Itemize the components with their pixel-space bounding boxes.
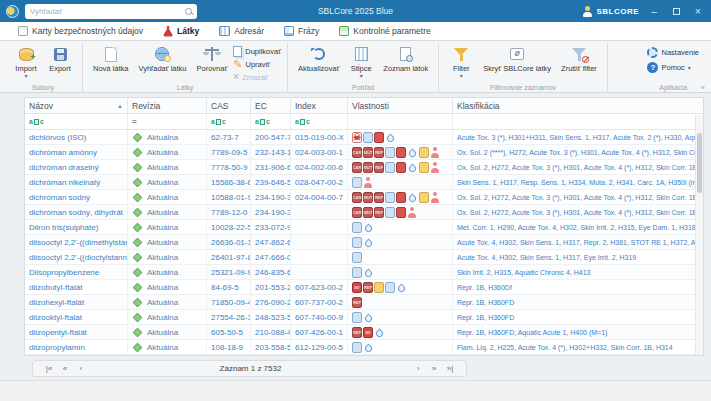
- column-header-properties[interactable]: Vlastnosti: [348, 98, 453, 113]
- table-header-row: Názov ▲ Revízia CAS EC Index Vlastnosti …: [25, 98, 703, 114]
- cell-ec: 232-143-1: [251, 145, 291, 159]
- filter-button[interactable]: Filter ▾: [445, 44, 477, 80]
- cell-classification: Repr. 1B, H360FD: [453, 310, 703, 324]
- cell-name: dichróman amónny: [25, 145, 128, 159]
- column-header-name[interactable]: Názov ▲: [25, 98, 128, 113]
- group-label: Filtrovanie záznamov: [439, 84, 607, 91]
- cell-cas: 26401-97-8: [207, 250, 251, 264]
- filter-index[interactable]: ac: [291, 114, 348, 129]
- last-record-button[interactable]: »|: [442, 364, 458, 373]
- column-header-ec[interactable]: EC: [251, 98, 291, 113]
- substances-table: Názov ▲ Revízia CAS EC Index Vlastnosti …: [24, 97, 704, 356]
- cell-cas: 26636-01-1: [207, 235, 251, 249]
- hide-sblcore-substances-button[interactable]: ø Skryť SBLCore látky: [479, 44, 555, 74]
- duplicate-button[interactable]: Duplikovať: [233, 46, 281, 57]
- collapse-ribbon-icon[interactable]: «: [701, 84, 705, 91]
- table-row[interactable]: dichlórvos (ISO) Aktuálna 62-73-7 200-54…: [25, 130, 703, 145]
- search-icon[interactable]: [185, 8, 192, 15]
- compare-button[interactable]: Porovnať: [193, 44, 232, 74]
- table-row[interactable]: dichróman nikelnatý Aktuálna 15586-38-6 …: [25, 175, 703, 190]
- table-row[interactable]: diisooctyl 2,2'-((dioctylstannylene)bis.…: [25, 250, 703, 265]
- prev-page-button[interactable]: «: [57, 364, 73, 373]
- tab-address-book[interactable]: Adresár: [211, 24, 272, 38]
- table-row[interactable]: diizopentyl-ftalát Aktuálna 605-50-5 210…: [25, 325, 703, 340]
- cell-classification: Acute Tox. 4, H302, Skin Sens. 1, H317, …: [453, 235, 703, 249]
- maximize-button[interactable]: [669, 4, 683, 18]
- scrollbar-thumb[interactable]: [697, 133, 702, 193]
- main-tabs: Karty bezpečnostných údajov Látky Adresá…: [0, 22, 711, 41]
- table-row[interactable]: Diiron tris(sulphate) Aktuálna 10028-22-…: [25, 220, 703, 235]
- cell-index: [291, 220, 348, 234]
- table-row[interactable]: diisooctyl 2,2'-((dimethylstannylene)...…: [25, 235, 703, 250]
- tab-phrases[interactable]: Frázy: [276, 24, 327, 38]
- table-row[interactable]: dichróman amónny Aktuálna 7789-09-5 232-…: [25, 145, 703, 160]
- column-header-cas[interactable]: CAS: [207, 98, 251, 113]
- column-header-index[interactable]: Index: [291, 98, 348, 113]
- search-substance-button[interactable]: Vyhľadať látku: [134, 44, 190, 74]
- import-button[interactable]: Import ▾: [10, 44, 42, 80]
- table-row[interactable]: diizobutyl-ftalát Aktuálna 84-69-5 201-5…: [25, 280, 703, 295]
- next-record-button[interactable]: ›: [410, 364, 426, 373]
- filter-properties[interactable]: [348, 114, 453, 129]
- next-page-button[interactable]: »: [426, 364, 442, 373]
- cell-props: [348, 265, 453, 279]
- column-header-classification[interactable]: Klasifikácia: [453, 98, 703, 113]
- filter-ec[interactable]: ac: [251, 114, 291, 129]
- minimize-button[interactable]: –: [647, 4, 661, 18]
- filter-name[interactable]: ac: [25, 114, 128, 129]
- table-row[interactable]: Diisopropylbenzene Aktuálna 25321-09-9 2…: [25, 265, 703, 280]
- status-diamond-icon: [133, 327, 143, 337]
- cell-ec: 247-862-6: [251, 235, 291, 249]
- table-row[interactable]: diizohexyl-ftalát Aktuálna 71850-09-4 27…: [25, 295, 703, 310]
- clear-filter-button[interactable]: Zrušiť filter: [557, 44, 601, 74]
- substance-list-button[interactable]: Zoznam látok: [379, 44, 432, 74]
- prev-record-button[interactable]: ‹: [73, 364, 89, 373]
- cell-ec: 247-666-0: [251, 250, 291, 264]
- table-row[interactable]: diizopropylamín Aktuálna 108-18-9 203-55…: [25, 340, 703, 355]
- new-substance-button[interactable]: Nová látka: [89, 44, 132, 74]
- columns-button[interactable]: Stĺpce ▾: [345, 44, 377, 80]
- search-input[interactable]: [30, 7, 185, 16]
- group-label: Pohľad: [288, 84, 438, 91]
- status-diamond-icon: [133, 222, 143, 232]
- global-search[interactable]: [25, 4, 197, 19]
- account-button[interactable]: SBLCORE: [582, 6, 639, 17]
- filter-revision[interactable]: =: [128, 114, 207, 129]
- cell-revision: Aktuálna: [128, 175, 207, 189]
- refresh-button[interactable]: Aktualizovať: [294, 44, 343, 74]
- cell-ec: 201-553-2: [251, 280, 291, 294]
- settings-button[interactable]: Nastavenie: [647, 47, 699, 58]
- tab-substances[interactable]: Látky: [155, 24, 207, 39]
- table-row[interactable]: dichróman sodný, dihydrát Aktuálna 7789-…: [25, 205, 703, 220]
- revision-label: Aktuálna: [147, 328, 178, 337]
- button-label: Zrušiť filter: [561, 64, 597, 73]
- export-button[interactable]: Export: [44, 44, 76, 74]
- filter-classification[interactable]: [453, 114, 703, 129]
- tab-control-parameters[interactable]: Kontrolné parametre: [331, 24, 439, 38]
- cell-props: [348, 220, 453, 234]
- table-row[interactable]: dichróman sodný Aktuálna 10588-01-9 234-…: [25, 190, 703, 205]
- cell-index: [291, 250, 348, 264]
- resp-icon: [352, 237, 362, 248]
- cell-revision: Aktuálna: [128, 190, 207, 204]
- help-button[interactable]: ? Pomoc ▾: [647, 62, 699, 73]
- vertical-scrollbar[interactable]: [695, 115, 703, 355]
- button-label: Duplikovať: [245, 47, 281, 56]
- close-button[interactable]: ×: [691, 4, 705, 18]
- revision-label: Aktuálna: [147, 238, 178, 247]
- cell-index: 607-623-00-2: [291, 280, 348, 294]
- cell-index: [291, 235, 348, 249]
- cell-cas: 7789-12-0: [207, 205, 251, 219]
- title-bar: SBLCore 2025 Blue SBLCORE – ×: [0, 0, 711, 22]
- table-row[interactable]: dichróman draselný Aktuálna 7778-50-9 23…: [25, 160, 703, 175]
- table-row[interactable]: diizooktyl-ftalát Aktuálna 27554-26-3 24…: [25, 310, 703, 325]
- column-header-revision[interactable]: Revízia: [128, 98, 207, 113]
- edit-button[interactable]: ✎ Upraviť: [233, 59, 281, 70]
- first-record-button[interactable]: |«: [41, 364, 57, 373]
- delete-button[interactable]: × Zmazať: [233, 72, 281, 82]
- tab-safety-data-sheets[interactable]: Karty bezpečnostných údajov: [10, 24, 151, 38]
- cell-classification: Acute Tox. 4, H302, Skin Sens. 1, H317, …: [453, 250, 703, 264]
- filter-cas[interactable]: ac: [207, 114, 251, 129]
- cell-cas: 108-18-9: [207, 340, 251, 354]
- cell-props: [348, 205, 453, 219]
